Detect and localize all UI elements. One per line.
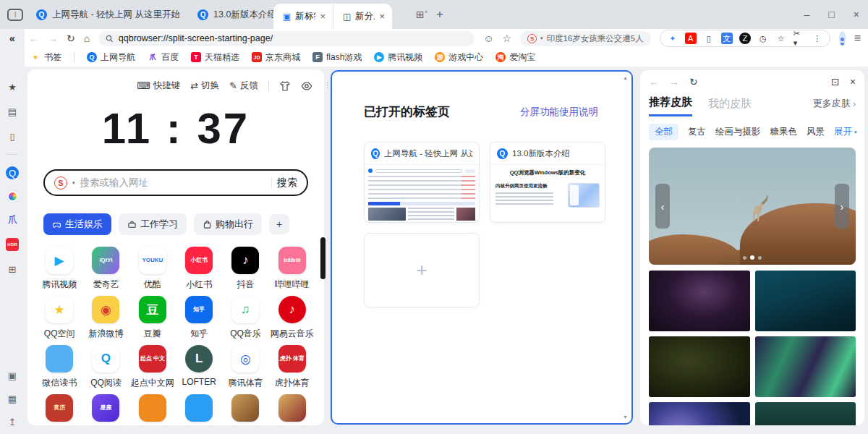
bookmark-item[interactable]: 爪 百度: [148, 51, 179, 64]
app-shortcut[interactable]: ♪ 网易云音乐: [269, 296, 315, 339]
carousel-prev-button[interactable]: ‹: [655, 184, 670, 229]
device-extension-icon[interactable]: ▯: [703, 33, 715, 44]
reload-icon[interactable]: ↻: [67, 33, 75, 43]
pine-branches[interactable]: [649, 336, 750, 397]
app-shortcut[interactable]: bilibili 哔哩哔哩: [269, 247, 315, 289]
toolbox-icon[interactable]: ▦: [6, 392, 19, 405]
milky-way-forest[interactable]: [649, 271, 750, 331]
close-window-button[interactable]: ×: [854, 9, 859, 20]
phone-icon[interactable]: ▯: [6, 129, 19, 142]
night-sky-teal[interactable]: [755, 402, 856, 425]
carousel-dot[interactable]: [743, 256, 746, 260]
tab-recommended-skins[interactable]: 推荐皮肤: [649, 95, 692, 116]
search-input[interactable]: [80, 177, 266, 188]
workspace-add-icon[interactable]: ⊞+: [416, 9, 427, 20]
app-shortcut[interactable]: 微信读书: [36, 345, 82, 388]
carousel-dot[interactable]: [758, 256, 762, 260]
filter-candy-color[interactable]: 糖果色: [770, 126, 798, 138]
bookmark-item[interactable]: Q 上网导航: [87, 51, 135, 64]
forward-icon[interactable]: →: [48, 33, 58, 43]
baidu-paw-icon[interactable]: 爪: [6, 213, 19, 226]
home-icon[interactable]: ⌂: [84, 33, 90, 43]
engine-caret-icon[interactable]: ▾: [72, 180, 75, 186]
scroll-up-icon[interactable]: ▴: [624, 75, 626, 81]
tab-new-tab[interactable]: ▣ 新标签 ×: [273, 4, 333, 29]
app-shortcut[interactable]: iQIYI 爱奇艺: [82, 247, 129, 289]
new-tab-button[interactable]: +: [436, 7, 443, 22]
close-tab-icon[interactable]: ×: [320, 11, 326, 22]
jellyfish[interactable]: [649, 402, 750, 425]
screenshot-icon[interactable]: ▣: [6, 369, 19, 382]
favorites-star-icon[interactable]: ★: [6, 80, 19, 93]
emoji-feedback-icon[interactable]: ☺: [483, 33, 493, 43]
app-shortcut[interactable]: L LOFTER: [176, 345, 222, 388]
eye-visibility-icon[interactable]: [301, 80, 312, 92]
tab-shopping-travel[interactable]: 购物出行: [194, 213, 262, 235]
back-icon[interactable]: ←: [649, 77, 659, 87]
app-shortcut[interactable]: 起点 中文 起点中文网: [129, 345, 176, 388]
extensions-menu-icon[interactable]: ⋮: [812, 33, 823, 44]
tab-card-navigation[interactable]: Q 上网导航 - 轻快上网 从这里开: [364, 142, 480, 223]
app-shortcut[interactable]: ▶ 腾讯视频: [36, 247, 82, 289]
panel-options-handle[interactable]: ⋮: [324, 81, 331, 89]
hdr-icon[interactable]: HDR: [6, 238, 19, 251]
underwater-ocean[interactable]: [755, 271, 856, 331]
add-category-button[interactable]: +: [269, 214, 289, 234]
app-shortcut[interactable]: 小红书 小红书: [176, 247, 222, 289]
app-shortcut[interactable]: 知乎 知乎: [176, 296, 222, 339]
app-shortcut[interactable]: ♫ QQ音乐: [222, 296, 268, 339]
search-button[interactable]: 搜索: [277, 176, 297, 190]
panel-tool-button[interactable]: ⇄ 切换: [190, 80, 219, 92]
carousel-next-button[interactable]: ›: [835, 184, 849, 229]
tab-work-study[interactable]: 工作学习: [119, 213, 187, 235]
tab-card-version-intro[interactable]: Q 13.0新版本介绍 QQ浏览器Windows版的新变化 内核升级网页使用更流…: [490, 142, 605, 223]
folder-icon[interactable]: ▤: [6, 105, 19, 118]
skin-carousel[interactable]: ‹ ›: [649, 148, 856, 265]
bookmark-star-icon[interactable]: ☆: [775, 33, 787, 44]
translate-extension-icon[interactable]: 文: [721, 33, 733, 44]
filter-scenery[interactable]: 风景: [807, 126, 825, 138]
tab-my-skins[interactable]: 我的皮肤: [708, 97, 752, 116]
z-extension-icon[interactable]: Z: [739, 33, 751, 44]
browser-tab[interactable]: Q 上网导航 - 轻快上网 从这里开始: [27, 0, 189, 29]
spark-extension-icon[interactable]: ✦: [667, 33, 678, 44]
tab-list-button[interactable]: ❘: [7, 9, 23, 21]
filter-art-photography[interactable]: 绘画与摄影: [715, 126, 761, 138]
browser-tab[interactable]: Q 13.0新版本介绍: [189, 0, 285, 29]
app-shortcut[interactable]: [176, 394, 222, 425]
close-tab-icon[interactable]: ×: [379, 11, 385, 22]
bookmark-item[interactable]: 游 游戏中心: [435, 51, 483, 64]
skin-tshirt-icon[interactable]: [279, 80, 291, 92]
tab-life-entertainment[interactable]: 生活娱乐: [43, 213, 111, 235]
hot-search-box[interactable]: S ▾ 印度16岁女孩乘公交遭5人: [520, 31, 651, 46]
profile-avatar[interactable]: [839, 31, 846, 46]
add-bookmark-star-icon[interactable]: ☆: [503, 33, 512, 43]
app-shortcut[interactable]: 豆 豆瓣: [129, 296, 176, 339]
url-input[interactable]: [119, 33, 467, 43]
menu-hamburger-icon[interactable]: ≡: [854, 32, 861, 45]
history-icon[interactable]: ◷: [757, 33, 769, 44]
bookmark-item[interactable]: ▶ 腾讯视频: [374, 51, 422, 64]
filter-all[interactable]: 全部: [649, 124, 678, 140]
bookmark-item[interactable]: F flash游戏: [312, 51, 362, 64]
bookmark-item[interactable]: JD 京东商城: [252, 51, 300, 64]
bookmarks-folder[interactable]: ★ 书签: [30, 51, 61, 64]
app-shortcut[interactable]: [222, 394, 268, 425]
split-resize-handle[interactable]: [320, 237, 326, 279]
maximize-button[interactable]: □: [828, 9, 834, 20]
app-shortcut[interactable]: ★ QQ空间: [36, 296, 82, 339]
app-shortcut[interactable]: 虎扑 体育 虎扑体育: [269, 345, 315, 388]
open-in-tab-icon[interactable]: ⊡: [831, 77, 840, 87]
bookmark-item[interactable]: 淘 爱淘宝: [495, 51, 535, 64]
carousel-dot-active[interactable]: [750, 255, 754, 260]
split-help-link[interactable]: 分屏功能使用说明: [520, 106, 598, 119]
app-shortcut[interactable]: ◉ 新浪微博: [82, 296, 129, 339]
app-shortcut[interactable]: ◎ 腾讯体育: [222, 345, 268, 388]
filter-retro[interactable]: 复古: [688, 126, 706, 138]
expand-filters[interactable]: 展开 ▾: [834, 126, 857, 138]
app-shortcut[interactable]: [269, 394, 315, 425]
app-shortcut[interactable]: 星座: [82, 394, 129, 425]
app-shortcut[interactable]: [129, 394, 176, 425]
panel-scrollbar[interactable]: ▴ ▾: [621, 75, 629, 420]
panel-tool-button[interactable]: ⌨ 快捷键: [137, 80, 180, 92]
